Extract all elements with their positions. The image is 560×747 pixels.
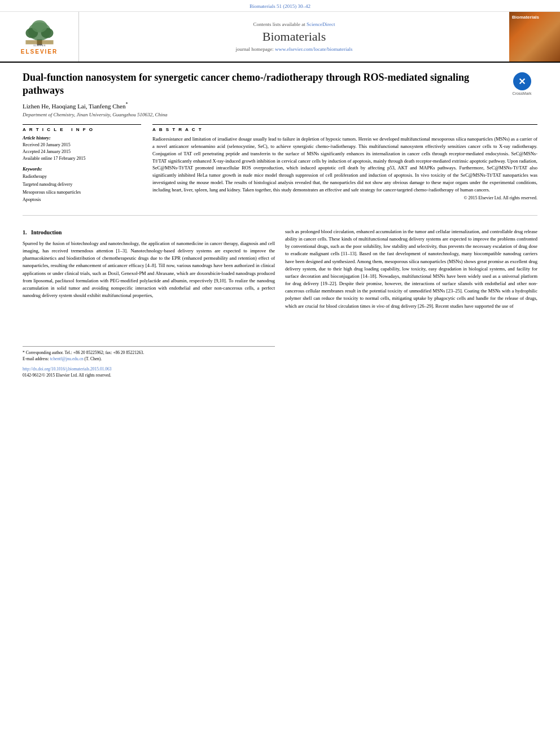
crossmark-x-icon: ✕ [518, 76, 526, 87]
introduction-heading: 1. Introduction [23, 228, 275, 237]
body-col-left-text: Spurred by the fusion of biotechnology a… [23, 240, 275, 299]
body-col-right-text: such as prolonged blood circulation, enh… [285, 228, 537, 310]
received-date: Received 20 January 2015 [23, 142, 141, 148]
contents-text: Contents lists available at [253, 21, 307, 27]
doi-block: http://dx.doi.org/10.1016/j.biomaterials… [23, 366, 275, 379]
email-label: E-mail address: [23, 356, 50, 361]
affiliation: Department of Chemistry, Jinan Universit… [23, 112, 537, 117]
page: Biomaterials 51 (2015) 30–42 ELSEVIER EL… [0, 0, 560, 747]
authors-text: Lizhen He, Haoqiang Lai, Tianfeng Chen* [23, 103, 128, 110]
journal-thumbnail: Biomaterials [509, 12, 560, 62]
abstract-column: A B S T R A C T Radioresistance and limi… [152, 124, 537, 208]
thumb-label: Biomaterials [512, 15, 539, 20]
issn-text: 0142-9612/© 2015 Elsevier Ltd. All right… [23, 372, 275, 378]
keywords-list: Radiotherapy Targeted nanodrug delivery … [23, 173, 141, 203]
sciencedirect-link[interactable]: ScienceDirect [307, 21, 335, 27]
section-number: 1. [23, 229, 27, 235]
authors-line: Lizhen He, Haoqiang Lai, Tianfeng Chen* [23, 102, 537, 110]
footnote-block: * Corresponding author. Tel.: +86 20 852… [23, 346, 275, 362]
email-line: E-mail address: tchentf@jnu.edu.cn (T. C… [23, 356, 275, 362]
journal-center-header: Contents lists available at ScienceDirec… [79, 12, 509, 62]
email-person: (T. Chen). [85, 356, 102, 361]
elsevier-tree-icon: ELSEVIER [20, 19, 59, 47]
keyword-1: Radiotherapy [23, 173, 141, 181]
journal-header: ELSEVIER ELSEVIER Contents lists availab… [0, 12, 560, 63]
section-divider [23, 215, 537, 216]
keywords-block: Keywords: Radiotherapy Targeted nanodrug… [23, 167, 141, 203]
history-title: Article history: [23, 136, 141, 141]
homepage-label: journal homepage: [236, 46, 275, 52]
keywords-title: Keywords: [23, 167, 141, 172]
section-title: Introduction [31, 229, 62, 235]
journal-name: Biomaterials [262, 29, 326, 44]
info-abstract-section: A R T I C L E I N F O Article history: R… [23, 124, 537, 208]
article-history-block: Article history: Received 20 January 201… [23, 136, 141, 162]
article-main-content: Dual-function nanosystem for synergetic … [0, 63, 560, 228]
svg-text:ELSEVIER: ELSEVIER [33, 44, 46, 47]
title-area: Dual-function nanosystem for synergetic … [23, 71, 537, 98]
body-col-right: such as prolonged blood circulation, enh… [285, 228, 537, 378]
accepted-date: Accepted 24 January 2015 [23, 148, 141, 155]
footnotes-area: * Corresponding author. Tel.: +86 20 852… [23, 304, 275, 378]
copyright-line: © 2015 Elsevier Ltd. All rights reserved… [152, 195, 537, 200]
homepage-url[interactable]: www.elsevier.com/locate/biomaterials [275, 46, 352, 52]
keyword-3: Mesoporous silica nanoparticles [23, 189, 141, 196]
article-title: Dual-function nanosystem for synergetic … [23, 71, 537, 98]
crossmark-label: CrossMark [513, 91, 532, 95]
corresponding-author-note: * Corresponding author. Tel.: +86 20 852… [23, 350, 275, 356]
doi-link[interactable]: http://dx.doi.org/10.1016/j.biomaterials… [23, 366, 275, 372]
article-info-header: A R T I C L E I N F O [23, 125, 141, 136]
crossmark-circle: ✕ [513, 72, 531, 90]
abstract-text: Radioresistance and limitation of irradi… [152, 136, 537, 193]
contents-available-line: Contents lists available at ScienceDirec… [253, 21, 335, 27]
homepage-line: journal homepage: www.elsevier.com/locat… [236, 46, 353, 52]
email-address[interactable]: tchentf@jnu.edu.cn [50, 356, 84, 361]
body-col-left: 1. Introduction Spurred by the fusion of… [23, 228, 275, 378]
abstract-header: A B S T R A C T [152, 125, 537, 136]
article-info-column: A R T I C L E I N F O Article history: R… [23, 124, 141, 208]
journal-citation: Biomaterials 51 (2015) 30–42 [250, 3, 310, 9]
available-date: Available online 17 February 2015 [23, 155, 141, 162]
keyword-2: Targeted nanodrug delivery [23, 181, 141, 189]
keyword-4: Apoptosis [23, 196, 141, 204]
body-content: 1. Introduction Spurred by the fusion of… [0, 228, 560, 378]
elsevier-logo-section: ELSEVIER ELSEVIER [0, 12, 79, 62]
crossmark-badge[interactable]: ✕ CrossMark [506, 71, 537, 97]
elsevier-brand-text: ELSEVIER [21, 49, 58, 55]
journal-citation-bar: Biomaterials 51 (2015) 30–42 [0, 0, 560, 12]
svg-point-4 [32, 20, 47, 33]
